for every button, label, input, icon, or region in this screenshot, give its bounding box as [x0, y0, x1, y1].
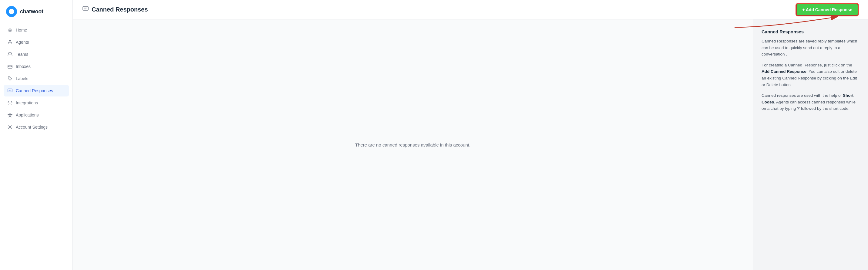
svg-point-1 — [8, 53, 10, 54]
sidebar-item-applications[interactable]: Applications — [4, 109, 69, 121]
teams-icon — [7, 52, 13, 57]
agents-icon — [7, 39, 13, 45]
sidebar-item-agents-label: Agents — [16, 40, 29, 44]
empty-state-message: There are no canned responses available … — [355, 142, 470, 147]
info-paragraph-2-bold: Add Canned Response — [762, 69, 806, 74]
svg-point-6 — [9, 126, 11, 128]
svg-point-0 — [9, 40, 11, 42]
sidebar-item-home[interactable]: Home — [4, 24, 69, 36]
info-paragraph-1: Canned Responses are saved reply templat… — [762, 38, 860, 58]
info-paragraph-2-before: For creating a Canned Response, just cli… — [762, 63, 852, 67]
svg-rect-5 — [8, 89, 12, 92]
sidebar-item-agents[interactable]: Agents — [4, 36, 69, 48]
nav-list: Home Agents Teams — [0, 24, 72, 270]
page-header: Canned Responses + Add Canned Response — [73, 0, 868, 20]
sidebar-item-applications-label: Applications — [16, 113, 39, 117]
sidebar-item-canned-responses[interactable]: Canned Responses — [4, 85, 69, 96]
sidebar-item-labels-label: Labels — [16, 76, 28, 81]
sidebar-item-teams[interactable]: Teams — [4, 49, 69, 60]
svg-point-2 — [10, 53, 11, 54]
applications-icon — [7, 112, 13, 118]
integrations-icon — [7, 100, 13, 106]
svg-rect-7 — [83, 6, 88, 10]
sidebar-item-inboxes-label: Inboxes — [16, 64, 31, 69]
info-panel-title: Canned Responses — [762, 29, 860, 34]
sidebar-item-labels[interactable]: Labels — [4, 73, 69, 84]
info-paragraph-3-after: . Agents can access canned responses whi… — [762, 100, 856, 111]
sidebar-item-integrations-label: Integrations — [16, 100, 38, 105]
svg-point-4 — [9, 78, 9, 78]
home-icon — [7, 27, 13, 33]
labels-icon — [7, 76, 13, 81]
sidebar-item-account-settings[interactable]: Account Settings — [4, 121, 69, 133]
page-header-icon — [83, 6, 89, 13]
svg-rect-3 — [8, 65, 12, 68]
inboxes-icon — [7, 64, 13, 69]
canned-responses-icon — [7, 88, 13, 93]
info-paragraph-3: Canned responses are used with the help … — [762, 92, 860, 112]
sidebar-item-teams-label: Teams — [16, 52, 28, 57]
logo-icon — [6, 6, 17, 17]
content-area: There are no canned responses available … — [73, 20, 868, 270]
sidebar-item-canned-responses-label: Canned Responses — [16, 88, 53, 93]
sidebar-item-integrations[interactable]: Integrations — [4, 97, 69, 109]
sidebar: chatwoot Home Agents — [0, 0, 73, 270]
sidebar-item-inboxes[interactable]: Inboxes — [4, 61, 69, 72]
empty-state: There are no canned responses available … — [73, 20, 753, 270]
info-panel: Canned Responses Canned Responses are sa… — [753, 20, 868, 270]
header-left: Canned Responses — [83, 6, 148, 13]
add-canned-response-button[interactable]: + Add Canned Response — [796, 4, 858, 16]
info-paragraph-3-before: Canned responses are used with the help … — [762, 93, 843, 98]
sidebar-item-home-label: Home — [16, 28, 27, 32]
sidebar-item-account-settings-label: Account Settings — [16, 125, 48, 129]
logo-text: chatwoot — [20, 8, 43, 15]
main-content: Canned Responses + Add Canned Response T… — [73, 0, 868, 270]
logo-area: chatwoot — [0, 0, 72, 24]
account-settings-icon — [7, 124, 13, 130]
page-title: Canned Responses — [92, 6, 148, 13]
info-paragraph-2: For creating a Canned Response, just cli… — [762, 62, 860, 88]
